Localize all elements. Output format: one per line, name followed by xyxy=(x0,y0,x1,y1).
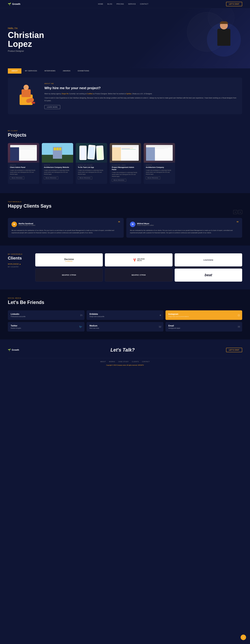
social-sub-instagram: Image share and recommendations xyxy=(168,316,239,317)
tab-about[interactable]: ABOUT xyxy=(8,68,21,74)
social-name-twitter: Twitter xyxy=(11,324,82,327)
project-thumb-3 xyxy=(76,143,107,163)
mock-content xyxy=(19,147,37,161)
about-link-sprillue[interactable]: Sprillue xyxy=(126,93,131,95)
learn-more-button[interactable]: LEARN MORE xyxy=(44,105,60,109)
nav-service[interactable]: SERVICE xyxy=(128,3,136,5)
window xyxy=(54,149,56,150)
project-info-2: WEBSITE Architecture Company Website I m… xyxy=(42,163,73,182)
read-process-btn-4[interactable]: READ PROCESS xyxy=(112,179,126,182)
dot xyxy=(113,146,113,146)
nav-pricing[interactable]: PRICING xyxy=(117,3,124,5)
hero-person-figure xyxy=(210,21,238,60)
testi-name-1: Martha Sandoval xyxy=(18,222,35,224)
clients-grid: Decisive FARMING 🦞 AMA-PROMBALTIC Louisi… xyxy=(35,253,242,282)
footer-nav: ABOUT WORKS CASE STUDY CLIENTS CONTACT xyxy=(8,361,242,362)
phone-3 xyxy=(96,146,104,160)
hero-role: Product Designer xyxy=(8,50,44,52)
person-body xyxy=(217,29,231,46)
medium-icon: M xyxy=(159,325,161,328)
read-process-btn-5[interactable]: READ PROCESS xyxy=(146,176,160,179)
footer-nav-works[interactable]: WORKS xyxy=(109,361,115,362)
footer-nav-clients[interactable]: CLIENTS xyxy=(132,361,139,362)
testimonials-title: Happy Clients Says xyxy=(8,203,51,209)
testimonials-prev-btn[interactable]: ‹ xyxy=(233,210,237,214)
about-text-1: Meet my startup agency Shape Re Currentl… xyxy=(44,92,237,95)
decisive-logo-inner: Decisive FARMING xyxy=(64,258,74,262)
testimonials-next-btn[interactable]: › xyxy=(238,210,242,214)
tab-exhibitions[interactable]: EXHIBITIONS xyxy=(74,68,93,74)
beapost-text-2: БЕАРОС СТРОН xyxy=(132,274,146,276)
testi-quote-icon-1: " xyxy=(118,221,120,225)
mock-header xyxy=(146,145,173,147)
dot xyxy=(147,146,147,146)
social-card-instagram[interactable]: Instagram Image share and recommendation… xyxy=(166,310,242,320)
tab-services[interactable]: MY SERVICES xyxy=(21,68,41,74)
projects-title: Projects xyxy=(8,132,242,138)
project-name: Architecture Company xyxy=(146,166,173,168)
hero-image xyxy=(206,19,242,60)
mock-screen-5 xyxy=(146,145,173,161)
social-card-twitter[interactable]: Twitter Random thoughts 🐦 xyxy=(8,322,84,332)
phone-screen xyxy=(96,147,103,159)
nav-cta-button[interactable]: LET'S CHAT xyxy=(226,2,242,6)
project-desc: I made nine prototypes to understand fam… xyxy=(146,169,173,175)
projects-label: MY CLIENT xyxy=(8,130,242,132)
about-link-codified[interactable]: Codified xyxy=(87,93,93,95)
project-cat: WEBSITE xyxy=(10,164,37,166)
nav-home[interactable]: HOME xyxy=(98,3,103,5)
my-country-label: MY COUNTRY xyxy=(8,266,27,268)
ap-glasses: 👓 xyxy=(24,87,26,88)
footer-nav-casestudy[interactable]: CASE STUDY xyxy=(118,361,129,362)
instagram-icon: ◎ xyxy=(238,314,240,317)
testimonials-header: TESTIMONIALS Happy Clients Says ‹ › xyxy=(8,201,242,214)
project-name: Project Management Admin Panel xyxy=(112,166,139,171)
clients-label: MY HONORABLE xyxy=(8,253,27,255)
dot xyxy=(12,146,13,146)
project-desc: I made nine prototypes to understand fam… xyxy=(44,169,71,175)
social-name-linkedin: Linkedin xyxy=(11,313,82,315)
ap-body xyxy=(21,89,31,97)
read-process-btn-1[interactable]: READ PROCESS xyxy=(10,176,24,179)
nav-logo[interactable]: 🌱 Growth xyxy=(8,2,20,6)
social-name-dribbble: Dribbble xyxy=(89,313,160,315)
dot xyxy=(11,146,12,146)
footer: 🌱 Growth Let's Talk? LET'S CHAT ABOUT WO… xyxy=(0,340,250,370)
hero-text: Hello, I'm Christian Lopez Product Desig… xyxy=(8,27,44,52)
testi-user-info-1: Martha Sandoval Product Designer at Codi… xyxy=(18,222,35,226)
footer-nav-about[interactable]: ABOUT xyxy=(100,361,106,362)
filter-label: WORLDWIDE xyxy=(8,263,19,265)
linkedin-icon: in xyxy=(80,314,82,317)
tab-interviews[interactable]: INTERVIEWS xyxy=(41,68,59,74)
nav-blog[interactable]: BLOG xyxy=(107,3,112,5)
project-info-3: MOBILE APP, FOLDER To Do Task List App I… xyxy=(76,163,107,182)
clients-filter: WORLDWIDE ▶ xyxy=(8,263,27,265)
amaprom-icon: 🦞 xyxy=(133,258,136,262)
footer-nav-contact[interactable]: CONTACT xyxy=(142,361,150,362)
footer-logo: 🌱 Growth xyxy=(8,348,19,352)
read-process-btn-3[interactable]: READ PROCESS xyxy=(78,176,92,179)
testi-name-2: Mildred Meyer xyxy=(137,222,154,224)
phone-screen xyxy=(80,148,86,159)
filter-worldwide-btn[interactable]: WORLDWIDE ▶ xyxy=(8,263,27,265)
social-card-medium[interactable]: Medium Work case study M xyxy=(87,322,163,332)
about-link-shape[interactable]: Shape Re xyxy=(61,93,68,95)
social-card-email[interactable]: Email hello@growth.digital ✉ xyxy=(166,322,242,332)
project-card-1: WEBSITE Client Admin Panel I made nine p… xyxy=(8,143,39,184)
testi-position-1: Product Designer at Codified xyxy=(18,224,35,226)
mock-line xyxy=(19,148,33,148)
nav-links: HOME BLOG PRICING SERVICE CONTACT xyxy=(98,3,148,5)
social-card-linkedin[interactable]: Linkedin Professional social profile in xyxy=(8,310,84,320)
project-name: Architecture Company Website xyxy=(44,166,71,168)
footer-cta-button[interactable]: LET'S CHAT xyxy=(226,348,242,352)
about-person: 👓 xyxy=(16,83,36,106)
testi-text-1: We are motivated by the satisfaction of … xyxy=(11,229,120,234)
mock-line xyxy=(19,148,30,149)
project-info-1: WEBSITE Client Admin Panel I made nine p… xyxy=(8,163,39,182)
social-card-dribbble[interactable]: Dribbble Design work social profile ● xyxy=(87,310,163,320)
email-icon: ✉ xyxy=(238,325,240,328)
tab-awards[interactable]: AWARDS xyxy=(59,68,74,74)
read-process-btn-2[interactable]: READ PROCESS xyxy=(44,176,58,179)
nav-contact[interactable]: CONTACT xyxy=(140,3,148,5)
project-cat: WEBSITE xyxy=(146,164,173,166)
